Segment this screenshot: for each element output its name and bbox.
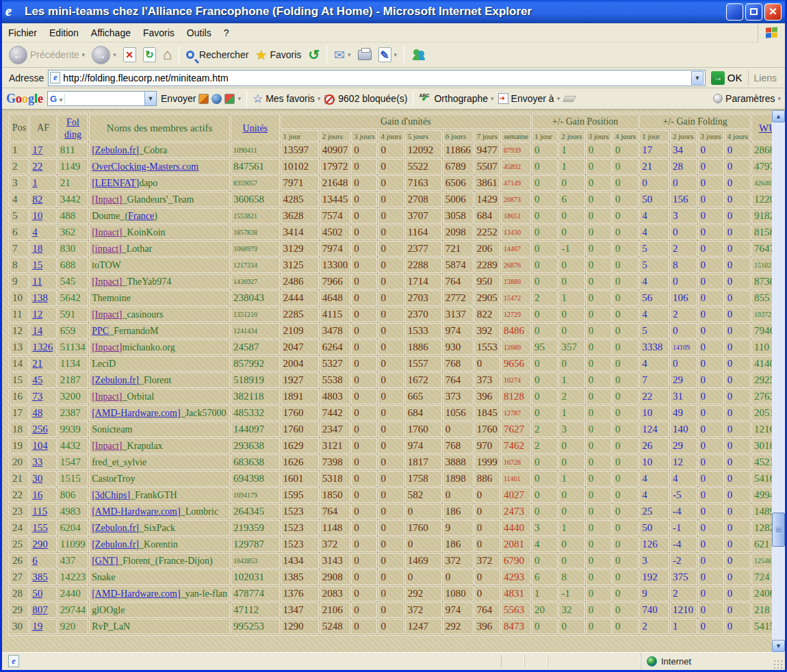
af-rank-link[interactable]: 138	[32, 292, 48, 303]
google-send-button[interactable]: Envoyer ▾	[161, 93, 241, 104]
member-name-link[interactable]: [Zebulon.fr]	[92, 539, 139, 550]
stop-button[interactable]: ✕	[120, 46, 139, 64]
af-rank-link[interactable]: 73	[32, 391, 42, 402]
member-name-link[interactable]: [Zebulon.fr]	[92, 375, 139, 385]
google-search-dropdown[interactable]: ▼	[144, 92, 156, 105]
member-name-link[interactable]: [inpact]	[92, 244, 122, 254]
af-rank-link[interactable]: 33	[32, 456, 42, 467]
af-rank-link[interactable]: 115	[32, 506, 47, 517]
af-rank-link[interactable]: 30	[32, 473, 42, 484]
af-rank-link[interactable]: 11	[32, 276, 42, 287]
address-input[interactable]: e http://folding.fleucorp.net/miniteam.h…	[48, 70, 705, 86]
print-button[interactable]	[355, 49, 374, 62]
resize-grip[interactable]	[773, 660, 783, 669]
af-rank-link[interactable]: 807	[32, 604, 48, 615]
member-name-link[interactable]: PPC	[92, 326, 109, 336]
member-name-link[interactable]: France	[128, 211, 154, 221]
highlighter-icon[interactable]	[563, 96, 576, 102]
af-rank-link[interactable]: 18	[32, 243, 42, 254]
mail-button[interactable]: ✉ ▾	[331, 46, 353, 64]
address-dropdown-button[interactable]: ▼	[691, 71, 704, 85]
af-rank-link[interactable]: 1326	[32, 341, 53, 352]
google-search-g-button[interactable]: G ▾	[48, 94, 65, 104]
member-name-link[interactable]: [AMD-Hardware.com]	[92, 506, 180, 517]
search-button[interactable]: Rechercher	[183, 48, 251, 62]
af-rank-link[interactable]: 104	[32, 440, 48, 451]
maximize-button[interactable]	[745, 3, 762, 21]
history-button[interactable]: ↺	[305, 45, 322, 64]
favorites-dropdown-icon[interactable]: ▾	[318, 95, 321, 102]
af-rank-link[interactable]: 48	[32, 407, 42, 418]
member-name-link[interactable]: [Inpact]	[92, 309, 122, 320]
af-rank-link[interactable]: 45	[32, 374, 42, 385]
popup-blocker-button[interactable]: 9602 bloquée(s)	[324, 93, 407, 104]
send-dropdown-icon[interactable]: ▾	[237, 95, 241, 102]
messenger-button[interactable]	[409, 47, 429, 63]
close-button[interactable]: ✕	[764, 3, 782, 21]
member-name-link[interactable]: [AMD-Hardware.com]	[92, 408, 180, 418]
earth-icon[interactable]	[211, 94, 222, 104]
send-to-dropdown-icon[interactable]: ▾	[557, 95, 560, 102]
af-rank-link[interactable]: 19	[32, 621, 42, 632]
af-rank-link[interactable]: 50	[32, 588, 42, 599]
back-button[interactable]: ← Précédente ▾	[6, 44, 88, 66]
forward-button[interactable]: → ▾	[89, 44, 119, 66]
menu-item-outils[interactable]: Outils	[181, 25, 218, 41]
scrollbar-thumb[interactable]	[772, 513, 785, 547]
send-to-button[interactable]: Envoyer à ▾	[498, 93, 560, 104]
settings-dropdown-icon[interactable]: ▾	[777, 95, 781, 102]
menu-item-favoris[interactable]: Favoris	[137, 25, 181, 41]
af-rank-link[interactable]: 16	[32, 489, 42, 500]
refresh-button[interactable]: ↻	[140, 46, 159, 64]
edit-button[interactable]: ✎ ▾	[376, 46, 400, 64]
af-rank-link[interactable]: 12	[32, 309, 42, 320]
folding-sort-link[interactable]: Folding	[64, 117, 81, 140]
af-rank-link[interactable]: 6	[32, 555, 38, 566]
member-name-link[interactable]: [GNT]	[92, 556, 118, 566]
member-name-link[interactable]: [Inpact]	[92, 391, 122, 402]
unites-sort-link[interactable]: Unités	[243, 123, 268, 133]
member-name-link[interactable]: [Inpact]	[92, 441, 122, 451]
af-rank-link[interactable]: 10	[32, 210, 42, 221]
google-search-input[interactable]: G ▾ ▼	[47, 91, 157, 106]
af-rank-link[interactable]: 82	[32, 194, 42, 205]
af-rank-link[interactable]: 256	[32, 424, 48, 435]
member-name-link[interactable]: [AMD-Hardware.com]	[92, 589, 180, 599]
af-rank-link[interactable]: 14	[32, 325, 42, 336]
member-name-link[interactable]: [Zebulon.fr]	[92, 145, 139, 155]
scroll-up-button[interactable]: ▲	[772, 110, 785, 122]
home-button[interactable]: ⌂	[160, 47, 175, 63]
settings-button[interactable]: Paramètres ▾	[713, 93, 781, 104]
member-name-link[interactable]: [Inpact]	[92, 276, 122, 287]
menu-item-edition[interactable]: Edition	[43, 25, 85, 41]
af-rank-link[interactable]: 4	[32, 227, 38, 237]
member-name-link[interactable]: [Inpact]	[92, 194, 122, 205]
vertical-scrollbar[interactable]: ▲ ▼	[772, 110, 785, 652]
af-rank-link[interactable]: 17	[32, 144, 42, 155]
menu-item-affichage[interactable]: Affichage	[85, 25, 137, 41]
edit-dropdown-icon[interactable]: ▾	[394, 51, 398, 58]
member-name-link[interactable]: [Inpact]	[92, 342, 122, 352]
af-rank-link[interactable]: 290	[32, 539, 48, 550]
spellcheck-dropdown-icon[interactable]: ▾	[491, 95, 494, 102]
af-rank-link[interactable]: 385	[32, 571, 48, 582]
scroll-down-button[interactable]: ▼	[772, 640, 785, 652]
af-rank-link[interactable]: 155	[32, 522, 48, 533]
af-rank-link[interactable]: 21	[32, 358, 42, 369]
af-rank-link[interactable]: 22	[32, 161, 42, 172]
google-favorites-button[interactable]: ☆ Mes favoris ▾	[253, 92, 320, 106]
favorites-button[interactable]: ★ Favoris	[253, 46, 304, 64]
photos-icon[interactable]	[198, 94, 209, 104]
member-name-link[interactable]: [LEENFAT]	[92, 178, 139, 188]
go-button[interactable]: → OK	[706, 71, 748, 85]
spellcheck-button[interactable]: ABC Orthographe ▾	[419, 93, 493, 104]
address-url[interactable]: http://folding.fleucorp.net/miniteam.htm	[63, 73, 688, 83]
member-name-link[interactable]: [Zebulon.fr]	[92, 523, 139, 533]
gadget-icon[interactable]	[224, 94, 235, 104]
forward-dropdown-icon[interactable]: ▾	[113, 51, 116, 58]
menu-item-aide[interactable]: ?	[218, 25, 235, 41]
minimize-button[interactable]	[726, 3, 743, 21]
member-name-link[interactable]: [Inpact]	[92, 227, 122, 237]
back-dropdown-icon[interactable]: ▾	[82, 51, 86, 58]
links-button[interactable]: Liens	[748, 70, 782, 86]
